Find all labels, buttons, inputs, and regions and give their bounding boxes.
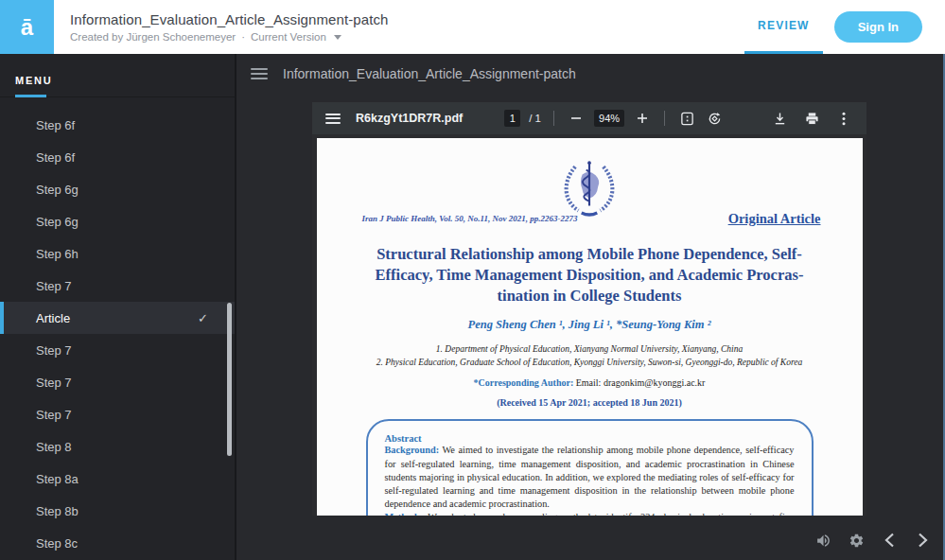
background-text: We aimed to investigate the relationship… (385, 445, 795, 509)
step-label: Step 6h (36, 247, 79, 261)
sidebar-item-step-6g[interactable]: Step 6g (0, 173, 235, 205)
subtitle-separator: · (241, 31, 245, 43)
pdf-action-icons (770, 109, 853, 128)
rotate-button[interactable] (705, 109, 724, 128)
step-label: Step 7 (36, 408, 72, 422)
paper-title: Structural Relationship among Mobile Pho… (317, 244, 863, 306)
print-icon[interactable] (802, 109, 821, 128)
sidebar-item-step-7-4[interactable]: Step 7 (0, 398, 235, 430)
paper-affiliations: 1. Department of Physical Education, Xia… (317, 343, 863, 370)
pdf-canvas[interactable]: Iran J Public Health, Vol. 50, No.11, No… (312, 134, 866, 516)
step-label: Step 6f (36, 150, 75, 165)
abstract-methods: Methods: We adopted a random sampling me… (385, 511, 795, 516)
sidebar-item-step-7[interactable]: Step 7 (0, 270, 235, 302)
sidebar-scrollbar[interactable] (227, 303, 232, 456)
sign-in-button[interactable]: Sign In (834, 11, 922, 43)
pdf-page-controls: 1 / 1 94% (504, 109, 724, 128)
sidebar-menu: MENU Step 6f Step 6f Step 6g Step 6g Ste… (0, 54, 236, 560)
main-header: Information_Evaluation_Article_Assignmen… (238, 54, 945, 94)
step-label: Step 8 (36, 440, 72, 454)
paper-title-line: Efficacy, Time Management Disposition, a… (317, 265, 863, 286)
abstract-background: Background: We aimed to investigate the … (385, 444, 795, 511)
methods-text: We adopted a random sampling method to i… (385, 512, 795, 516)
step-label: Step 6g (36, 183, 79, 197)
document-title: Information_Evaluation_Article_Assignmen… (70, 11, 389, 27)
received-dates: (Received 15 Apr 2021; accepted 18 Jun 2… (317, 397, 863, 408)
methods-label: Methods: (385, 512, 425, 516)
version-dropdown[interactable]: Current Version (251, 31, 326, 43)
background-label: Background: (385, 445, 440, 455)
abstract-heading: Abstract (385, 433, 795, 444)
corresponding-author: *Corresponding Author: Email: dragonkim@… (317, 377, 863, 388)
logo-glyph: ā (21, 14, 33, 41)
corresponding-email: Email: dragonkim@kyonggi.ac.kr (573, 377, 705, 388)
menu-toggle-icon[interactable] (251, 68, 268, 79)
paper-masthead: Iran J Public Health, Vol. 50, No.11, No… (317, 138, 863, 229)
zoom-out-button[interactable] (567, 109, 586, 128)
step-label: Step 8a (36, 472, 79, 486)
sidebar-item-step-8[interactable]: Step 8 (0, 430, 235, 463)
step-label: Step 6f (36, 118, 75, 132)
sidebar-item-step-6f[interactable]: Step 6f (0, 109, 235, 141)
tab-review[interactable]: REVIEW (744, 0, 823, 54)
sidebar-item-step-7-2[interactable]: Step 7 (0, 334, 235, 366)
app-logo[interactable]: ā (0, 0, 54, 54)
check-icon: ✓ (198, 311, 208, 325)
created-by-label: Created by Jürgen Schoenemeyer (70, 31, 236, 43)
paper-title-line: Structural Relationship among Mobile Pho… (317, 244, 863, 265)
pdf-filename: R6kzgYt1DR7R.pdf (356, 112, 463, 125)
step-label: Step 7 (36, 376, 72, 390)
page-number-input[interactable]: 1 (504, 110, 520, 127)
toolbar-divider (553, 111, 554, 126)
page-total-label: / 1 (529, 113, 541, 124)
chevron-down-icon[interactable] (334, 35, 341, 40)
header-text: Information_Evaluation_Article_Assignmen… (70, 11, 389, 43)
pdf-toolbar: R6kzgYt1DR7R.pdf 1 / 1 94% (312, 102, 866, 134)
app-header: ā Information_Evaluation_Article_Assignm… (0, 0, 945, 54)
step-label: Step 8c (36, 536, 78, 551)
sidebar-item-step-8c[interactable]: Step 8c (0, 527, 235, 559)
journal-citation: Iran J Public Health, Vol. 50, No.11, No… (362, 214, 578, 223)
pdf-page: Iran J Public Health, Vol. 50, No.11, No… (317, 138, 863, 516)
step-label: Step 6g (36, 215, 79, 229)
paper-authors: Peng Sheng Chen ¹, Jing Li ¹, *Seung-Yon… (317, 318, 863, 332)
sidebar-item-step-6f-2[interactable]: Step 6f (0, 141, 235, 173)
menu-accent-bar (15, 95, 46, 97)
pdf-viewer: R6kzgYt1DR7R.pdf 1 / 1 94% (312, 102, 866, 516)
step-list: Step 6f Step 6f Step 6g Step 6g Step 6h … (0, 109, 235, 559)
corresponding-label: *Corresponding Author: (474, 377, 574, 388)
sidebar-item-step-7-3[interactable]: Step 7 (0, 366, 235, 398)
affiliation-line: 1. Department of Physical Education, Xia… (317, 343, 863, 357)
player-controls (814, 532, 931, 549)
settings-gear-icon[interactable] (848, 532, 865, 549)
abstract-box: Abstract Background: We aimed to investi… (366, 419, 814, 516)
sidebar-item-article[interactable]: Article ✓ (0, 302, 235, 334)
sidebar-item-step-6h[interactable]: Step 6h (0, 237, 235, 270)
step-label: Step 8b (36, 504, 79, 518)
zoom-level-input[interactable]: 94% (594, 110, 624, 127)
fit-page-button[interactable] (677, 109, 696, 128)
step-label: Article (36, 311, 70, 325)
paper-title-line: tination in College Students (317, 286, 863, 306)
sidebar-item-step-6g-2[interactable]: Step 6g (0, 205, 235, 237)
header-actions: REVIEW Sign In (744, 0, 945, 54)
main-title: Information_Evaluation_Article_Assignmen… (283, 66, 576, 81)
sidebar-item-step-8a[interactable]: Step 8a (0, 463, 235, 495)
article-type-label: Original Article (728, 211, 821, 227)
next-step-icon[interactable] (914, 532, 931, 549)
step-label: Step 7 (36, 343, 72, 358)
pdf-menu-icon[interactable] (325, 114, 341, 124)
step-label: Step 7 (36, 279, 72, 293)
document-subtitle: Created by Jürgen Schoenemeyer · Current… (70, 31, 389, 43)
menu-header: MENU (0, 54, 235, 97)
download-icon[interactable] (770, 109, 789, 128)
toolbar-divider (664, 111, 665, 126)
volume-icon[interactable] (814, 532, 831, 549)
zoom-in-button[interactable] (633, 109, 652, 128)
menu-title: MENU (15, 75, 53, 86)
previous-step-icon[interactable] (881, 532, 898, 549)
main-area: Information_Evaluation_Article_Assignmen… (238, 54, 945, 560)
affiliation-line: 2. Physical Education, Graduate School o… (317, 357, 863, 370)
sidebar-item-step-8b[interactable]: Step 8b (0, 495, 235, 527)
more-options-icon[interactable] (834, 109, 853, 128)
